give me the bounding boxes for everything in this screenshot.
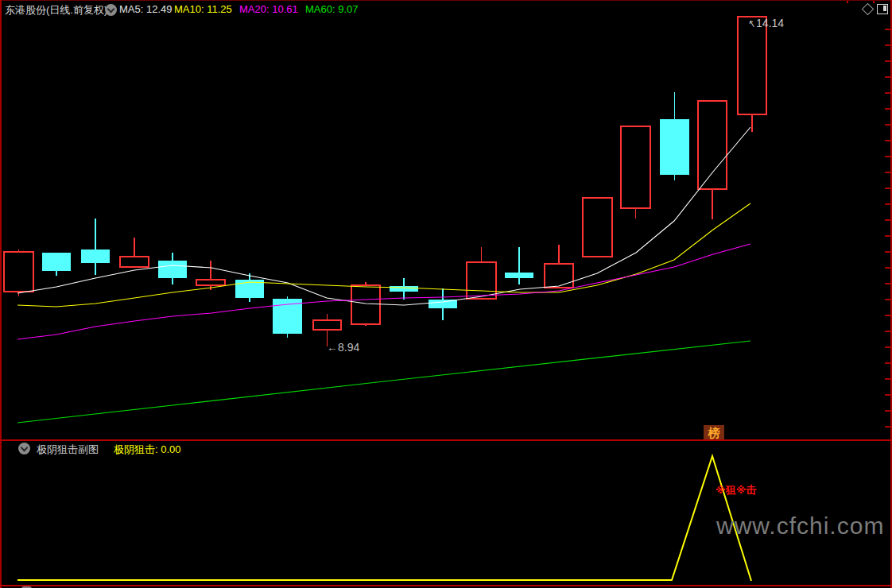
bottom-panel-divider[interactable] bbox=[0, 585, 892, 586]
sub-collapse-chevron-icon[interactable] bbox=[18, 443, 30, 455]
ma5-label: MA5: 12.49 bbox=[119, 3, 173, 15]
snipe-signal-text: ※狙※击 bbox=[716, 483, 756, 497]
ma60-label: MA60: 9.07 bbox=[305, 3, 359, 15]
high-price-label: ↖14.14 bbox=[748, 17, 784, 29]
collapse-chevron-icon[interactable] bbox=[105, 4, 117, 16]
bang-marker-badge: 榜 bbox=[704, 425, 724, 441]
main-candlestick-chart[interactable] bbox=[0, 0, 892, 442]
sub-panel-title: 极阴狙击副图 bbox=[37, 443, 99, 457]
indicator-value-label: 极阴狙击: 0.00 bbox=[114, 443, 181, 457]
watermark-text: www.cfchi.com bbox=[716, 513, 884, 540]
app-window: 东港股份(日线.前复权) MA5: 12.49 MA10: 11.25 MA20… bbox=[0, 0, 892, 588]
panel-layout-icon[interactable] bbox=[877, 4, 888, 14]
ma10-label: MA10: 11.25 bbox=[174, 3, 232, 15]
low-price-label: ←8.94 bbox=[327, 341, 359, 354]
top-border bbox=[0, 0, 892, 1]
stock-title: 东港股份(日线.前复权) bbox=[5, 3, 107, 17]
ma20-label: MA20: 10.61 bbox=[239, 3, 298, 15]
arrow-left-icon: ← bbox=[327, 341, 338, 354]
